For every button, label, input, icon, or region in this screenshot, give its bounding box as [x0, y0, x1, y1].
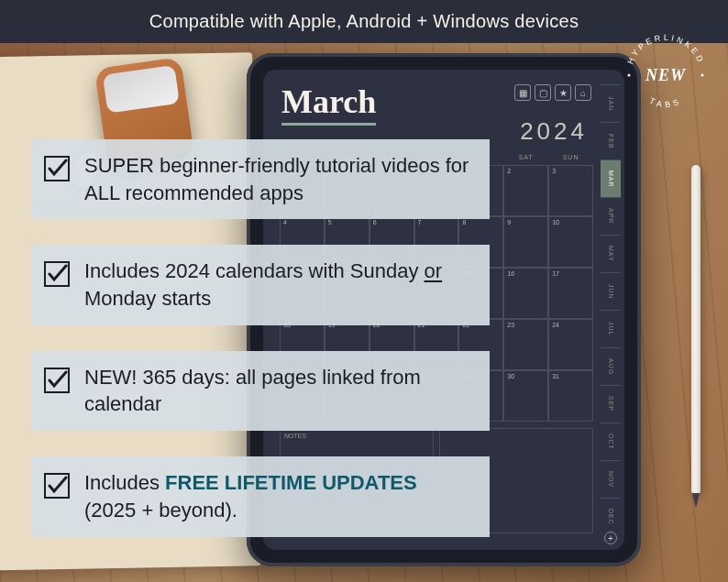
calendar-cell[interactable]: 17 — [548, 268, 593, 319]
month-tabs: JANFEBMARAPRMAYJUNJULAUGSEPOCTNOVDEC — [601, 84, 621, 535]
callout-text: SUPER beginner-friendly tutorial videos … — [84, 154, 469, 204]
month-tab-dec[interactable]: DEC — [601, 498, 621, 535]
feature-callout-1: SUPER beginner-friendly tutorial videos … — [31, 139, 490, 219]
svg-point-2 — [628, 74, 631, 77]
feature-callout-4: Includes FREE LIFETIME UPDATES (2025 + b… — [31, 456, 490, 536]
month-tab-aug[interactable]: AUG — [601, 347, 621, 385]
day-header: SAT — [503, 154, 548, 160]
month-tab-apr[interactable]: APR — [601, 197, 621, 235]
image-icon[interactable]: ▢ — [535, 84, 551, 101]
calendar-cell[interactable]: 9 — [503, 216, 548, 268]
month-tab-mar[interactable]: MAR — [601, 159, 621, 197]
month-tab-nov[interactable]: NOV — [601, 460, 621, 498]
calendar-year: 2024 — [520, 117, 588, 146]
toolbar: ▦ ▢ ★ ⌂ — [514, 84, 591, 101]
stylus-prop — [691, 165, 700, 495]
checkmark-icon — [44, 156, 70, 181]
month-tab-feb[interactable]: FEB — [601, 122, 621, 159]
calendar-cell[interactable]: 10 — [548, 216, 593, 268]
month-tab-jun[interactable]: JUN — [601, 272, 621, 310]
star-icon[interactable]: ★ — [555, 84, 571, 101]
compatibility-banner: Compatible with Apple, Android + Windows… — [0, 0, 728, 43]
calendar-cell[interactable]: 30 — [503, 370, 548, 422]
calendar-icon[interactable]: ▦ — [514, 84, 531, 101]
add-button[interactable]: + — [604, 532, 617, 544]
calendar-cell[interactable]: 31 — [548, 370, 593, 422]
callout-text: Includes 2024 calendars with Sunday or M… — [84, 259, 442, 310]
new-badge: HYPERLINKED TABS NEW — [620, 29, 711, 121]
checkmark-icon — [44, 261, 70, 287]
feature-callouts: SUPER beginner-friendly tutorial videos … — [31, 139, 490, 537]
month-tab-jan[interactable]: JAN — [601, 84, 621, 122]
calendar-month-title: March — [281, 82, 376, 126]
checkmark-icon — [44, 368, 70, 393]
month-tab-sep[interactable]: SEP — [601, 385, 621, 423]
month-tab-may[interactable]: MAY — [601, 235, 621, 272]
svg-point-3 — [701, 74, 704, 77]
calendar-cell[interactable]: 23 — [503, 319, 548, 370]
svg-text:TABS: TABS — [648, 96, 684, 110]
callout-text: NEW! 365 days: all pages linked from cal… — [84, 366, 421, 416]
feature-callout-2: Includes 2024 calendars with Sunday or M… — [31, 245, 490, 324]
calendar-cell[interactable]: 16 — [503, 268, 548, 319]
checkmark-icon — [44, 473, 70, 499]
calendar-cell[interactable]: 24 — [548, 319, 593, 370]
day-header: SUN — [548, 154, 593, 160]
month-tab-jul[interactable]: JUL — [601, 310, 621, 347]
svg-text:HYPERLINKED: HYPERLINKED — [625, 33, 706, 66]
feature-callout-3: NEW! 365 days: all pages linked from cal… — [31, 351, 490, 431]
calendar-cell[interactable]: 3 — [548, 165, 593, 216]
home-icon[interactable]: ⌂ — [575, 84, 591, 101]
month-tab-oct[interactable]: OCT — [601, 423, 621, 460]
callout-text: Includes FREE LIFETIME UPDATES (2025 + b… — [84, 471, 417, 522]
calendar-cell[interactable]: 2 — [503, 165, 548, 216]
